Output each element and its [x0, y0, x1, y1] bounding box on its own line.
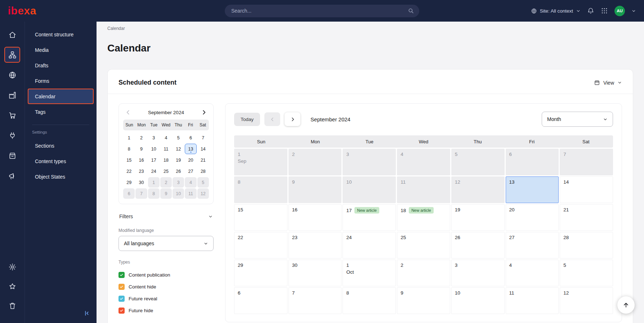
mini-day-7-next-month[interactable]: 7 [135, 188, 147, 199]
calendar-cell-16[interactable]: 16 [289, 204, 342, 231]
mini-day-20[interactable]: 20 [185, 155, 196, 165]
rail-trash-icon[interactable] [4, 298, 20, 314]
rail-marketing-icon[interactable] [4, 168, 20, 184]
mini-day-9[interactable]: 9 [135, 144, 147, 154]
mini-day-25[interactable]: 25 [160, 166, 172, 176]
mini-day-6-next-month[interactable]: 6 [123, 188, 135, 199]
mini-day-6[interactable]: 6 [185, 133, 196, 143]
checkbox-checked-icon[interactable] [118, 272, 125, 278]
mini-day-17[interactable]: 17 [148, 155, 160, 165]
breadcrumb[interactable]: Calendar [107, 22, 633, 31]
mini-day-12[interactable]: 12 [173, 144, 184, 154]
calendar-cell-5[interactable]: 5 [451, 149, 505, 175]
calendar-cell-19[interactable]: 19 [451, 204, 505, 231]
mini-day-1-next-month[interactable]: 1 [148, 177, 160, 188]
event-badge[interactable]: New article [409, 207, 433, 214]
user-menu-chevron-icon[interactable] [631, 9, 636, 13]
calendar-cell-10[interactable]: 10 [343, 176, 396, 203]
search-input[interactable] [231, 8, 408, 14]
mini-day-8[interactable]: 8 [123, 144, 135, 154]
calendar-cell-7[interactable]: 7 [289, 287, 342, 314]
calendar-cell-17[interactable]: 17New article [343, 204, 396, 231]
mini-day-29[interactable]: 29 [123, 177, 135, 188]
rail-content-icon[interactable] [4, 47, 20, 63]
rail-settings-icon[interactable] [4, 259, 20, 275]
mini-day-14[interactable]: 14 [197, 144, 209, 154]
calendar-cell-12[interactable]: 12 [451, 176, 505, 203]
calendar-cell-28[interactable]: 28 [560, 232, 613, 259]
mini-day-10[interactable]: 10 [148, 144, 160, 154]
sidebar-item-forms[interactable]: Forms [28, 73, 94, 89]
calendar-cell-30[interactable]: 30 [289, 260, 342, 286]
global-search[interactable] [225, 5, 419, 17]
type-filter-future-hide[interactable]: Future hide [118, 305, 214, 317]
calendar-cell-9[interactable]: 9 [397, 287, 450, 314]
mini-day-2[interactable]: 2 [135, 133, 147, 143]
calendar-cell-24[interactable]: 24 [343, 232, 396, 259]
mini-day-10-next-month[interactable]: 10 [173, 188, 184, 199]
sidebar-item-tags[interactable]: Tags [28, 104, 94, 120]
mini-day-23[interactable]: 23 [135, 166, 147, 176]
mini-day-9-next-month[interactable]: 9 [160, 188, 172, 199]
calendar-cell-8[interactable]: 8 [343, 287, 396, 314]
mini-day-19[interactable]: 19 [173, 155, 184, 165]
mini-prev-month-button[interactable] [125, 109, 132, 116]
mini-day-11-next-month[interactable]: 11 [185, 188, 196, 199]
site-context-selector[interactable]: Site: All context [531, 8, 581, 14]
view-mode-select[interactable]: Month [542, 112, 613, 127]
mini-day-11[interactable]: 11 [160, 144, 172, 154]
calendar-cell-8[interactable]: 8 [234, 176, 287, 203]
calendar-cell-25[interactable]: 25 [397, 232, 450, 259]
rail-bookmarks-icon[interactable] [4, 278, 20, 294]
calendar-cell-20[interactable]: 20 [506, 204, 559, 231]
filters-toggle[interactable]: Filters [118, 214, 214, 219]
mini-day-12-next-month[interactable]: 12 [197, 188, 209, 199]
rail-products-icon[interactable] [4, 148, 20, 163]
mini-day-21[interactable]: 21 [197, 155, 209, 165]
mini-day-30[interactable]: 30 [135, 177, 147, 188]
user-avatar[interactable]: AU [614, 6, 625, 16]
sidebar-item-object-states[interactable]: Object States [28, 169, 94, 184]
calendar-cell-4[interactable]: 4 [397, 149, 450, 175]
calendar-cell-10[interactable]: 10 [451, 287, 505, 314]
sidebar-item-content-types[interactable]: Content types [28, 153, 94, 169]
rail-commerce-icon[interactable] [4, 107, 20, 123]
rail-site-icon[interactable] [4, 67, 20, 83]
calendar-cell-26[interactable]: 26 [451, 232, 505, 259]
rail-home-icon[interactable] [4, 27, 20, 42]
mini-day-3[interactable]: 3 [148, 133, 160, 143]
mini-day-1[interactable]: 1 [123, 133, 135, 143]
calendar-cell-22[interactable]: 22 [234, 232, 287, 259]
mini-day-24[interactable]: 24 [148, 166, 160, 176]
calendar-cell-1-oct[interactable]: 1Oct [343, 260, 396, 286]
calendar-cell-23[interactable]: 23 [289, 232, 342, 259]
mini-day-2-next-month[interactable]: 2 [160, 177, 172, 188]
mini-day-28[interactable]: 28 [197, 166, 209, 176]
scroll-to-top-button[interactable] [617, 296, 635, 314]
language-select[interactable]: All languages [118, 236, 214, 251]
sidebar-item-calendar[interactable]: Calendar [28, 89, 94, 104]
calendar-cell-11[interactable]: 11 [506, 287, 559, 314]
mini-day-7[interactable]: 7 [197, 133, 209, 143]
checkbox-checked-icon[interactable] [118, 308, 125, 314]
sidebar-collapse-icon[interactable] [83, 309, 91, 317]
mini-day-26[interactable]: 26 [173, 166, 184, 176]
sidebar-item-sections[interactable]: Sections [28, 138, 94, 153]
next-month-button[interactable] [285, 112, 300, 126]
sidebar-item-drafts[interactable]: Drafts [28, 58, 94, 73]
apps-grid-icon[interactable] [601, 7, 608, 14]
today-button[interactable]: Today [234, 113, 260, 126]
sidebar-item-content-structure[interactable]: Content structure [28, 27, 94, 42]
type-filter-content-hide[interactable]: Content hide [118, 281, 214, 293]
prev-month-button[interactable] [264, 112, 280, 126]
mini-day-22[interactable]: 22 [123, 166, 135, 176]
checkbox-checked-icon[interactable] [118, 284, 125, 290]
mini-next-month-button[interactable] [200, 109, 207, 116]
calendar-cell-29[interactable]: 29 [234, 260, 287, 286]
calendar-cell-3[interactable]: 3 [451, 260, 505, 286]
mini-day-4[interactable]: 4 [160, 133, 172, 143]
mini-day-13[interactable]: 13 [185, 144, 196, 154]
calendar-cell-2[interactable]: 2 [289, 149, 342, 175]
type-filter-content-publication[interactable]: Content publication [118, 269, 214, 281]
calendar-cell-6[interactable]: 6 [234, 287, 287, 314]
